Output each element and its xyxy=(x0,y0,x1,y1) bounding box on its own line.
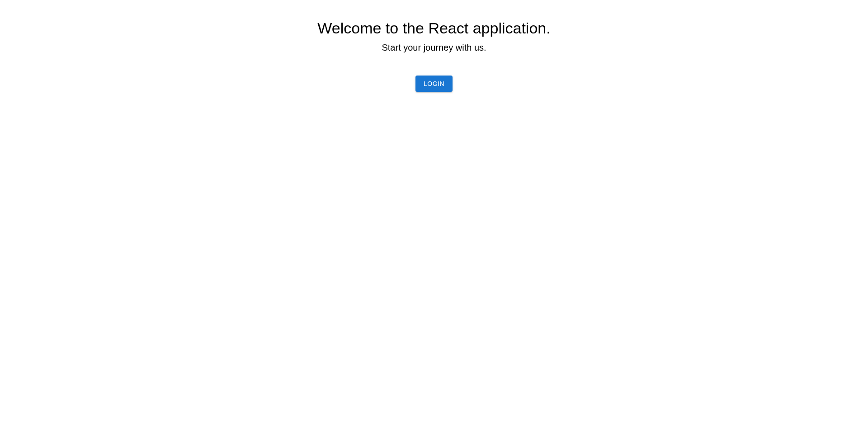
login-button[interactable]: LOGIN xyxy=(415,76,453,92)
hero-container: Welcome to the React application. Start … xyxy=(0,0,868,92)
page-title: Welcome to the React application. xyxy=(317,19,550,38)
page-subtitle: Start your journey with us. xyxy=(382,41,486,54)
